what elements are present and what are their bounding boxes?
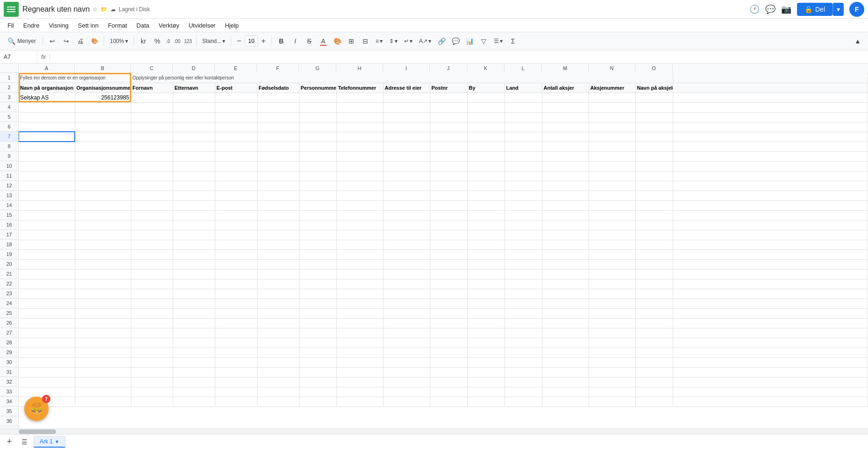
decimal-more-button[interactable]: .00 [172, 35, 182, 48]
col-header-D[interactable]: D [173, 64, 215, 73]
row-num-9[interactable]: 9 [0, 151, 18, 161]
cell-A3[interactable]: Selskap AS [19, 93, 75, 102]
cell-K2[interactable]: By [467, 83, 505, 93]
cell-M3[interactable] [542, 93, 589, 102]
row-num-29[interactable]: 29 [0, 348, 18, 357]
link-button[interactable]: 🔗 [435, 35, 448, 48]
row-num-18[interactable]: 18 [0, 240, 18, 249]
col-header-J[interactable]: J [430, 64, 467, 73]
row-num-30[interactable]: 30 [0, 357, 18, 367]
menu-endre[interactable]: Endre [20, 21, 43, 30]
font-dropdown[interactable]: Stand... ▾ [199, 37, 228, 45]
wrap-dropdown[interactable]: ↵▾ [401, 37, 415, 45]
notification-badge[interactable]: 🍔 7 [24, 397, 49, 421]
col-header-B[interactable]: B [75, 64, 131, 73]
cell-H3[interactable] [336, 93, 383, 102]
cell-A6[interactable] [19, 122, 75, 132]
menu-verktoy[interactable]: Verktøy [155, 21, 183, 30]
row-num-10[interactable]: 10 [0, 161, 18, 171]
row-num-27[interactable]: 27 [0, 328, 18, 338]
row-num-1[interactable]: 1 [0, 73, 18, 83]
folder-icon[interactable]: 📁 [100, 6, 107, 13]
undo-button[interactable]: ↩ [46, 35, 59, 48]
row-num-25[interactable]: 25 [0, 308, 18, 318]
cell-I2[interactable]: Adresse til eier [383, 83, 430, 93]
row-num-3[interactable]: 3 [0, 93, 18, 102]
comment-button[interactable]: 💬 [449, 35, 462, 48]
col-header-N[interactable]: N [589, 64, 635, 73]
font-size-minus-button[interactable]: − [234, 36, 244, 47]
print-button[interactable]: 🖨 [74, 35, 87, 48]
user-avatar[interactable]: F [849, 2, 864, 17]
row-num-26[interactable]: 26 [0, 318, 18, 328]
sheet-list-button[interactable]: ☰ [19, 436, 30, 448]
rotate-dropdown[interactable]: A↗▾ [416, 37, 434, 45]
font-size-plus-button[interactable]: + [258, 36, 269, 47]
paint-format-button[interactable]: 🎨 [88, 35, 101, 48]
row-num-31[interactable]: 31 [0, 367, 18, 377]
cell-A5[interactable] [19, 112, 75, 122]
menu-fil[interactable]: Fil [4, 21, 18, 30]
borders-button[interactable]: ⊞ [345, 35, 358, 48]
zoom-dropdown[interactable]: 100% ▾ [107, 37, 131, 45]
valign-dropdown[interactable]: ⇕▾ [386, 37, 400, 45]
menu-hjelp[interactable]: Hjelp [221, 21, 242, 30]
cell-B3[interactable]: 256123985 [75, 93, 131, 102]
col-header-G[interactable]: G [299, 64, 336, 73]
cell-L3[interactable] [505, 93, 542, 102]
cell-M2[interactable]: Antall aksjer [542, 83, 589, 93]
cell-O3[interactable] [635, 93, 673, 102]
add-sheet-button[interactable]: + [4, 436, 15, 448]
menu-format[interactable]: Format [104, 21, 131, 30]
star-icon[interactable]: ☆ [92, 6, 98, 13]
row-num-14[interactable]: 14 [0, 200, 18, 210]
col-header-H[interactable]: H [336, 64, 383, 73]
cell-C1[interactable]: Opplysinger på personlig eier eller kont… [131, 73, 673, 83]
menu-utvidelser[interactable]: Utvidelser [185, 21, 220, 30]
cell-D3[interactable] [173, 93, 215, 102]
row-num-21[interactable]: 21 [0, 269, 18, 279]
cell-E3[interactable] [215, 93, 257, 102]
col-header-O[interactable]: O [635, 64, 673, 73]
cell-rest-3[interactable] [673, 93, 868, 102]
cell-A1[interactable]: Fylles inn dersom eier er en organisasjo… [19, 73, 131, 83]
strikethrough-button[interactable]: S [303, 35, 316, 48]
share-button[interactable]: 🔒 Del [797, 3, 832, 16]
menu-sett-inn[interactable]: Sett inn [74, 21, 102, 30]
row-num-2[interactable]: 2 [0, 83, 18, 93]
row-num-11[interactable]: 11 [0, 171, 18, 181]
row-num-13[interactable]: 13 [0, 191, 18, 200]
row-num-24[interactable]: 24 [0, 299, 18, 308]
cell-C3[interactable] [131, 93, 173, 102]
cell-E2[interactable]: E-post [215, 83, 257, 93]
history-icon[interactable]: 🕐 [749, 4, 760, 14]
filter-views-dropdown[interactable]: ☰▾ [491, 37, 505, 45]
camera-icon[interactable]: 📷 [781, 4, 791, 14]
cell-reference-box[interactable]: A7 [0, 50, 37, 63]
font-size-input[interactable] [245, 36, 258, 47]
row-num-16[interactable]: 16 [0, 220, 18, 230]
row-num-17[interactable]: 17 [0, 230, 18, 240]
cell-J2[interactable]: Postnr [430, 83, 467, 93]
scrollbar-thumb[interactable] [19, 429, 56, 434]
row-num-5[interactable]: 5 [0, 112, 18, 122]
horizontal-scrollbar[interactable] [0, 428, 868, 434]
row-num-4[interactable]: 4 [0, 102, 18, 112]
cell-I3[interactable] [383, 93, 430, 102]
cell-A2[interactable]: Navn på organisasjon [19, 83, 75, 93]
chart-button[interactable]: 📊 [463, 35, 476, 48]
cell-B2[interactable]: Organisasjonsnummer [75, 83, 131, 93]
redo-button[interactable]: ↪ [60, 35, 73, 48]
row-num-32[interactable]: 32 [0, 377, 18, 387]
cell-F2[interactable]: Fødselsdato [257, 83, 299, 93]
row-num-22[interactable]: 22 [0, 279, 18, 289]
menu-visning[interactable]: Visning [45, 21, 72, 30]
cell-G2[interactable]: Personnummer [299, 83, 336, 93]
filter-button[interactable]: ▽ [477, 35, 490, 48]
row-num-8[interactable]: 8 [0, 142, 18, 151]
cell-D2[interactable]: Etternavn [173, 83, 215, 93]
currency-button[interactable]: kr [137, 35, 150, 48]
row-num-15[interactable]: 15 [0, 210, 18, 220]
merge-button[interactable]: ⊟ [359, 35, 372, 48]
cell-K3[interactable] [467, 93, 505, 102]
